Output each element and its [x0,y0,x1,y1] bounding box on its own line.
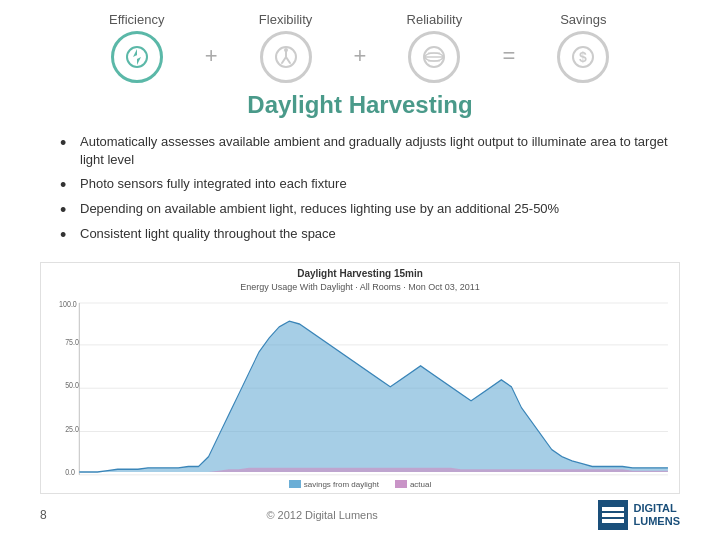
legend-item-actual: actual [395,480,431,489]
reliability-label: Reliability [407,12,463,27]
chart-legend: savings from daylight actual [47,480,673,489]
reliability-group: Reliability [374,12,494,83]
legend-label-savings: savings from daylight [304,480,379,489]
efficiency-group: Efficiency [77,12,197,83]
operator-2: + [346,43,375,69]
chart-title-block: Daylight Harvesting 15min Energy Usage W… [47,267,673,294]
section-title: Daylight Harvesting [40,91,680,119]
chart-wrapper: Daylight Harvesting 15min Energy Usage W… [40,262,680,494]
svg-text:100.0: 100.0 [59,298,77,309]
bullet-item-2: • Photo sensors fully integrated into ea… [60,175,680,194]
svg-marker-33 [79,321,668,472]
bullet-dot-1: • [60,134,72,152]
bullet-dot-4: • [60,226,72,244]
flexibility-label: Flexibility [259,12,312,27]
dl-bar-1 [602,507,624,511]
bullet-text-3: Depending on available ambient light, re… [80,200,559,218]
svg-text:0.0: 0.0 [65,466,75,477]
operator-3: = [494,43,523,69]
svg-text:75.0: 75.0 [65,336,79,347]
chart-area: 0.0 25.0 50.0 75.0 100.0 00:00 02:00 04:… [47,296,673,478]
digital-lumens-logo: DIGITAL LUMENS [598,500,680,530]
svg-text:$: $ [579,49,587,65]
footer-copyright: © 2012 Digital Lumens [266,509,377,521]
flexibility-group: Flexibility [226,12,346,83]
bullet-item-3: • Depending on available ambient light, … [60,200,680,219]
dl-text: DIGITAL LUMENS [634,502,680,528]
bullets-list: • Automatically assesses available ambie… [60,133,680,250]
bullet-text-4: Consistent light quality throughout the … [80,225,336,243]
bullet-item-1: • Automatically assesses available ambie… [60,133,680,169]
flexibility-icon [260,31,312,83]
operator-1: + [197,43,226,69]
footer-page-number: 8 [40,508,47,522]
bullet-dot-2: • [60,176,72,194]
legend-label-actual: actual [410,480,431,489]
dl-bar-2 [602,513,624,517]
efficiency-label: Efficiency [109,12,164,27]
bullet-item-4: • Consistent light quality throughout th… [60,225,680,244]
legend-item-savings: savings from daylight [289,480,379,489]
savings-label: Savings [560,12,606,27]
chart-title: Daylight Harvesting 15min [47,267,673,281]
chart-subtitle: Energy Usage With Daylight · All Rooms ·… [47,281,673,294]
footer: 8 © 2012 Digital Lumens DIGITAL LUMENS [40,500,680,530]
savings-icon: $ [557,31,609,83]
bullet-text-2: Photo sensors fully integrated into each… [80,175,347,193]
svg-text:25.0: 25.0 [65,422,79,433]
bullet-dot-3: • [60,201,72,219]
svg-text:50.0: 50.0 [65,379,79,390]
legend-color-actual [395,480,407,488]
dl-bar-3 [602,519,624,523]
reliability-icon [408,31,460,83]
dl-icon [598,500,628,530]
svg-point-2 [284,48,288,52]
dl-text-line2: LUMENS [634,515,680,528]
savings-group: Savings $ [523,12,643,83]
bullet-text-1: Automatically assesses available ambient… [80,133,680,169]
legend-color-savings [289,480,301,488]
dl-text-line1: DIGITAL [634,502,680,515]
slide-container: Efficiency + Flexibility + [0,0,720,540]
chart-svg: 0.0 25.0 50.0 75.0 100.0 00:00 02:00 04:… [47,296,673,478]
icon-bar: Efficiency + Flexibility + [40,12,680,83]
efficiency-icon [111,31,163,83]
